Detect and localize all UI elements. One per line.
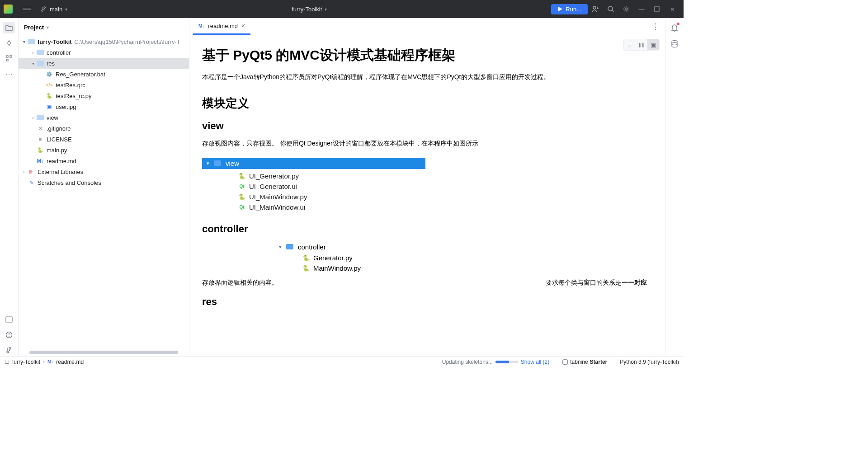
branch-name: main xyxy=(50,6,62,13)
tree-root[interactable]: ▾ furry-Toolkit C:\Users\qq150\PycharmPr… xyxy=(19,36,189,47)
more-tool-icon[interactable]: ⋯ xyxy=(3,68,15,80)
python-file-icon: 🐍 xyxy=(46,92,53,99)
tree-file[interactable]: M↓ readme.md xyxy=(19,155,189,166)
code-with-me-icon[interactable] xyxy=(588,0,603,18)
notifications-icon[interactable] xyxy=(669,22,680,33)
git-branch-selector[interactable]: main ▾ xyxy=(41,6,67,13)
python-file-icon: 🐍 xyxy=(302,254,310,261)
editor-only-icon[interactable]: ≡ xyxy=(624,39,636,50)
doc-h2: 模块定义 xyxy=(202,95,647,111)
python-file-icon: 🐍 xyxy=(238,193,245,200)
maximize-icon[interactable] xyxy=(649,0,665,18)
show-all-link[interactable]: Show all (2) xyxy=(521,359,549,365)
markdown-file-icon: M↓ xyxy=(47,359,53,364)
tree-external-libraries[interactable]: ›⊪ External Libraries xyxy=(19,166,189,177)
python-file-icon: 🐍 xyxy=(238,172,245,179)
settings-icon[interactable] xyxy=(618,0,634,18)
sidebar-header[interactable]: Project ▾ xyxy=(19,18,189,36)
commit-tool-icon[interactable] xyxy=(3,37,15,49)
tree-file[interactable]: ⚙️ Res_Generator.bat xyxy=(19,69,189,80)
svg-rect-3 xyxy=(655,7,659,11)
preview-mode-toolbar: ≡ ⫿⫿ ▣ xyxy=(623,39,660,51)
svg-point-11 xyxy=(562,359,568,365)
gitignore-file-icon: ⊘ xyxy=(37,125,44,132)
problems-tool-icon[interactable] xyxy=(3,329,15,341)
git-tool-icon[interactable] xyxy=(3,344,15,356)
tab-readme[interactable]: M↓ readme.md × xyxy=(193,18,250,35)
doc-h1: 基于 PyQt5 的MVC设计模式基础程序框架 xyxy=(202,46,647,65)
tree-file[interactable]: 🐍 testRes_rc.py xyxy=(19,90,189,101)
svg-rect-6 xyxy=(10,56,12,57)
close-tab-icon[interactable]: × xyxy=(241,22,245,29)
tab-options-icon[interactable]: ⋮ xyxy=(646,18,665,35)
tree-folder-view[interactable]: › view xyxy=(19,112,189,123)
tree-file[interactable]: ≡ LICENSE xyxy=(19,134,189,145)
doc-paragraph: 本程序是一个Java转Python的程序员所对PyQt编程的理解，程序体现了在M… xyxy=(202,72,647,82)
search-icon[interactable] xyxy=(603,0,618,18)
play-icon xyxy=(557,6,563,12)
tree-file[interactable]: </> testRes.qrc xyxy=(19,80,189,90)
chevron-down-icon: ▾ xyxy=(47,25,49,30)
status-bar: ☐ furry-Toolkit › M↓ readme.md Updating … xyxy=(0,356,684,367)
tree-folder-res[interactable]: ▾ res xyxy=(19,58,189,69)
doc-h3: res xyxy=(202,296,647,308)
tree-scratches[interactable]: ✎ Scratches and Consoles xyxy=(19,177,189,188)
controller-folder-illustration: ▾controller 🐍Generator.py 🐍MainWindow.py xyxy=(279,241,415,273)
svg-rect-5 xyxy=(6,56,8,57)
branch-icon xyxy=(41,6,47,12)
breadcrumb[interactable]: ☐ furry-Toolkit › M↓ readme.md xyxy=(5,359,84,365)
qrc-file-icon: </> xyxy=(46,81,53,89)
left-tool-rail: ⋯ xyxy=(0,18,19,356)
interpreter-status[interactable]: Python 3.9 (furry-Toolkit) xyxy=(620,359,679,365)
database-icon[interactable] xyxy=(669,38,680,50)
project-sidebar: Project ▾ ▾ furry-Toolkit C:\Users\qq150… xyxy=(19,18,189,356)
doc-h3: controller xyxy=(202,223,647,235)
project-title-selector[interactable]: furry-Toolkit ▾ xyxy=(67,6,551,13)
tabnine-status[interactable]: tabnine Starter xyxy=(562,359,607,365)
svg-point-2 xyxy=(625,8,627,10)
svg-point-4 xyxy=(8,42,10,44)
svg-point-10 xyxy=(672,41,677,43)
hamburger-icon[interactable] xyxy=(23,7,31,12)
doc-h3: view xyxy=(202,120,647,132)
view-folder-illustration: ▾view 🐍UI_Generator.py QtUI_Generator.ui… xyxy=(202,158,425,214)
svg-rect-8 xyxy=(6,317,12,322)
progress-bar xyxy=(495,361,518,363)
run-button[interactable]: Run... xyxy=(551,4,588,14)
notification-dot xyxy=(677,23,679,25)
svg-point-0 xyxy=(593,6,596,9)
titlebar: main ▾ furry-Toolkit ▾ Run... — ✕ xyxy=(0,0,684,18)
qt-file-icon: Qt xyxy=(238,183,245,190)
structure-tool-icon[interactable] xyxy=(3,52,15,64)
tree-folder-controller[interactable]: › controller xyxy=(19,47,189,58)
tree-file[interactable]: 🐍 main.py xyxy=(19,145,189,155)
chevron-down-icon: ▾ xyxy=(325,7,327,12)
scratch-icon: ✎ xyxy=(28,179,35,186)
tree-file[interactable]: ⊘ .gitignore xyxy=(19,123,189,134)
doc-paragraph: 存放视图内容，只存视图。 你使用Qt Designer设计的窗口都要放在本模块中… xyxy=(202,138,647,148)
terminal-tool-icon[interactable] xyxy=(3,314,15,325)
svg-rect-7 xyxy=(6,59,8,61)
horizontal-scrollbar[interactable] xyxy=(29,351,178,354)
bat-file-icon: ⚙️ xyxy=(46,70,53,78)
tabnine-icon xyxy=(562,359,568,365)
app-logo xyxy=(4,5,13,14)
markdown-preview: ≡ ⫿⫿ ▣ 基于 PyQt5 的MVC设计模式基础程序框架 本程序是一个Jav… xyxy=(189,35,665,356)
image-file-icon: ▣ xyxy=(46,103,53,110)
doc-paragraph-row: 存放界面逻辑相关的内容。 要求每个类与窗口的关系是一一对应 xyxy=(202,279,647,287)
project-name: furry-Toolkit xyxy=(292,6,322,13)
right-tool-rail xyxy=(665,18,684,356)
close-icon[interactable]: ✕ xyxy=(665,0,680,18)
editor-area: M↓ readme.md × ⋮ ≡ ⫿⫿ ▣ 基于 PyQt5 的MVC设计模… xyxy=(189,18,665,356)
preview-only-icon[interactable]: ▣ xyxy=(647,39,659,50)
project-tool-icon[interactable] xyxy=(3,22,15,33)
tree-file[interactable]: ▣ user.jpg xyxy=(19,101,189,112)
qt-file-icon: Qt xyxy=(238,203,245,211)
markdown-file-icon: M↓ xyxy=(37,157,44,164)
python-file-icon: 🐍 xyxy=(302,264,310,272)
file-tree: ▾ furry-Toolkit C:\Users\qq150\PycharmPr… xyxy=(19,36,189,351)
split-view-icon[interactable]: ⫿⫿ xyxy=(636,39,647,50)
editor-tabs: M↓ readme.md × ⋮ xyxy=(189,18,665,35)
markdown-file-icon: M↓ xyxy=(198,23,204,28)
minimize-icon[interactable]: — xyxy=(634,0,649,18)
